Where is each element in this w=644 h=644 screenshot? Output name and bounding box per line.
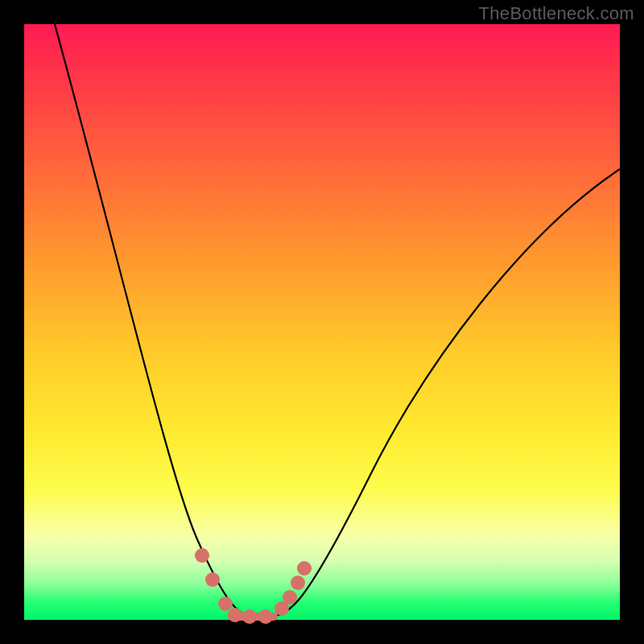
- curve-marker: [205, 572, 220, 587]
- chart-svg: [24, 24, 620, 620]
- watermark-text: TheBottleneck.com: [479, 3, 634, 24]
- curve-marker: [283, 590, 297, 605]
- curve-marker: [291, 576, 305, 590]
- curve-marker: [195, 548, 209, 563]
- curve-marker: [297, 561, 312, 576]
- curve-marker: [258, 609, 273, 624]
- marker-group: [195, 548, 312, 624]
- curve-marker: [242, 609, 257, 624]
- curve-marker: [228, 608, 242, 622]
- curve-marker: [218, 597, 233, 611]
- bottleneck-curve: [55, 24, 620, 617]
